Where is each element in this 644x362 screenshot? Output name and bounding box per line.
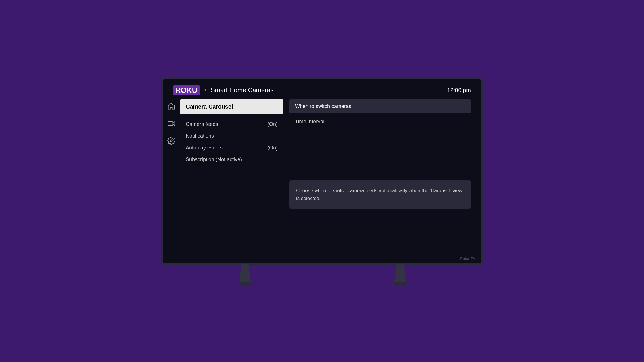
camera-feeds-value: (On) <box>267 121 278 127</box>
left-panel: Camera Carousel Camera feeds (On) Notifi… <box>180 99 283 257</box>
autoplay-events-label: Autoplay events <box>186 145 223 151</box>
subscription-item[interactable]: Subscription (Not active) <box>180 154 283 165</box>
header-left: ROKU • Smart Home Cameras <box>173 86 274 95</box>
main-content: Camera Carousel Camera feeds (On) Notifi… <box>163 99 481 263</box>
notifications-label: Notifications <box>186 133 214 139</box>
home-icon[interactable] <box>166 101 177 111</box>
right-panel: When to switch cameras Time interval Cho… <box>283 99 471 257</box>
autoplay-events-value: (On) <box>267 145 278 151</box>
time-interval-item[interactable]: Time interval <box>289 115 471 129</box>
when-to-switch-item[interactable]: When to switch cameras <box>289 99 471 113</box>
header-title: Smart Home Cameras <box>211 86 274 94</box>
svg-point-2 <box>170 140 172 142</box>
header-dot: • <box>204 87 206 93</box>
roku-logo-box: ROKU <box>173 85 200 95</box>
tv-outer: ROKU • Smart Home Cameras 12:00 pm <box>161 78 483 284</box>
stand-leg-right <box>394 264 405 284</box>
svg-rect-0 <box>168 122 173 126</box>
autoplay-events-item[interactable]: Autoplay events (On) <box>180 142 283 154</box>
header: ROKU • Smart Home Cameras 12:00 pm <box>163 79 481 99</box>
tv-stand <box>213 264 431 284</box>
svg-marker-4 <box>239 282 251 285</box>
sidebar <box>163 99 180 257</box>
stand-leg-left <box>239 264 250 284</box>
tv-screen: ROKU • Smart Home Cameras 12:00 pm <box>163 79 481 263</box>
info-box-text: Choose when to switch camera feeds autom… <box>296 187 464 202</box>
camera-feeds-item[interactable]: Camera feeds (On) <box>180 118 283 130</box>
camera-icon[interactable] <box>166 118 177 129</box>
subscription-label: Subscription (Not active) <box>186 157 242 163</box>
roku-tv-label: Roku TV <box>460 257 476 261</box>
info-box: Choose when to switch camera feeds autom… <box>289 180 471 209</box>
menu-divider <box>186 115 278 115</box>
settings-icon[interactable] <box>166 136 177 146</box>
tv-frame: ROKU • Smart Home Cameras 12:00 pm <box>161 78 483 265</box>
camera-carousel-item[interactable]: Camera Carousel <box>180 99 283 114</box>
camera-feeds-label: Camera feeds <box>186 121 218 127</box>
header-time: 12:00 pm <box>447 87 471 94</box>
svg-marker-1 <box>173 122 175 126</box>
notifications-item[interactable]: Notifications <box>180 130 283 142</box>
svg-marker-6 <box>394 282 407 285</box>
roku-logo: ROKU <box>173 86 200 95</box>
